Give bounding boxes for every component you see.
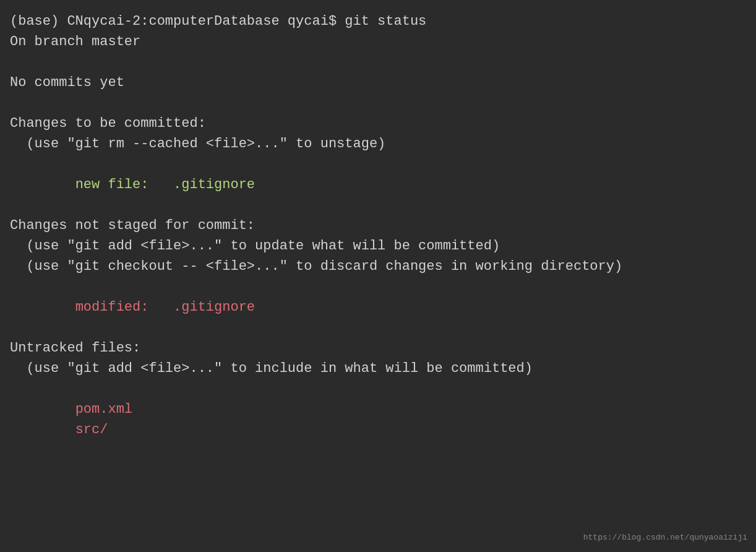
changes-not-staged-line: Changes not staged for commit:: [10, 215, 746, 236]
empty-line-5: [10, 277, 746, 297]
empty-line-6: [10, 317, 746, 338]
hint-checkout-line: (use "git checkout -- <file>..." to disc…: [10, 256, 746, 277]
branch-line: On branch master: [10, 32, 746, 52]
prompt-line: (base) CNqycai-2:computerDatabase qycai$…: [10, 11, 746, 32]
no-commits-line: No commits yet: [10, 72, 746, 93]
empty-line-1: [10, 52, 746, 72]
hint-include-line: (use "git add <file>..." to include in w…: [10, 358, 746, 379]
modified-line: modified: .gitignore: [10, 297, 746, 317]
changes-committed-line: Changes to be committed:: [10, 113, 746, 134]
pom-xml-line: pom.xml: [10, 399, 746, 420]
empty-line-3: [10, 154, 746, 175]
new-file-line: new file: .gitignore: [10, 175, 746, 195]
empty-line-4: [10, 195, 746, 215]
empty-line-2: [10, 93, 746, 113]
hint-rm-line: (use "git rm --cached <file>..." to unst…: [10, 134, 746, 154]
src-line: src/: [10, 420, 746, 440]
terminal-window: (base) CNqycai-2:computerDatabase qycai$…: [0, 0, 756, 552]
empty-line-7: [10, 379, 746, 399]
watermark: https://blog.csdn.net/qunyaoaiziji: [583, 532, 747, 544]
untracked-line: Untracked files:: [10, 338, 746, 358]
hint-add-line: (use "git add <file>..." to update what …: [10, 236, 746, 256]
